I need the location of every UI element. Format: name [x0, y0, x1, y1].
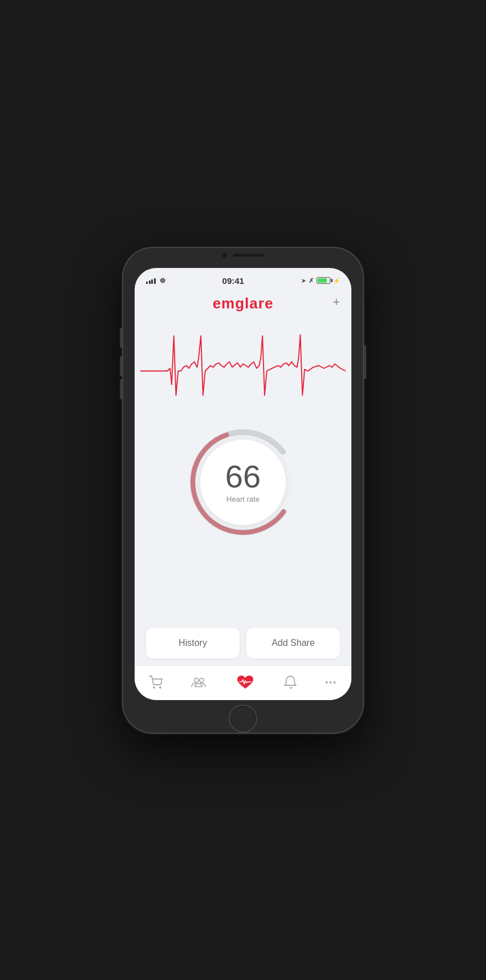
tab-item-cart[interactable]	[142, 673, 169, 692]
add-share-button[interactable]: Add Share	[246, 628, 340, 658]
charging-icon: ⚡	[333, 278, 340, 284]
battery-icon	[317, 277, 330, 284]
ecg-wave-chart	[140, 317, 346, 420]
gauge-wrapper: 66 Heart rate	[186, 425, 300, 539]
gauge-inner: 66 Heart rate	[200, 440, 286, 525]
signal-bar-1	[146, 282, 148, 284]
tab-item-community[interactable]	[184, 673, 213, 692]
heart-rate-value: 66	[225, 461, 261, 493]
battery-fill	[318, 278, 327, 283]
tab-bar: •••	[135, 665, 351, 700]
speaker-bar	[233, 254, 264, 257]
svg-point-4	[195, 678, 199, 682]
gauge-container: 66 Heart rate	[186, 425, 300, 539]
ecg-container: 66 Heart rate	[135, 317, 351, 622]
wifi-icon: ⊜	[160, 276, 165, 284]
tab-item-more[interactable]: •••	[318, 676, 344, 689]
location-icon: ➤	[301, 278, 306, 284]
svg-point-3	[160, 687, 161, 688]
bell-icon	[284, 676, 297, 689]
action-buttons: History Add Share	[135, 622, 351, 665]
signal-bar-4	[154, 278, 156, 284]
logo-suffix: glare	[235, 295, 273, 312]
signal-bar-3	[151, 279, 153, 284]
signal-bars-icon	[146, 277, 156, 284]
signal-bar-2	[149, 280, 151, 284]
history-button[interactable]: History	[146, 628, 240, 658]
bluetooth-icon: ✗	[309, 277, 314, 284]
tab-item-heart[interactable]	[228, 672, 262, 693]
tab-item-notifications[interactable]	[277, 673, 303, 692]
status-left: ⊜	[146, 276, 165, 284]
app-header: emglare +	[135, 288, 351, 317]
status-right: ➤ ✗ ⚡	[301, 277, 340, 284]
status-time: 09:41	[222, 276, 244, 286]
svg-point-5	[200, 678, 204, 682]
camera-area	[222, 253, 264, 258]
svg-point-2	[153, 687, 155, 688]
camera-dot	[222, 253, 227, 258]
add-button[interactable]: +	[333, 296, 340, 308]
status-bar: ⊜ 09:41 ➤ ✗ ⚡	[135, 268, 351, 288]
phone-device: ⊜ 09:41 ➤ ✗ ⚡ emglare +	[123, 248, 363, 733]
home-button[interactable]	[229, 705, 257, 733]
more-dots-icon: •••	[325, 678, 337, 687]
logo-prefix: em	[213, 295, 236, 312]
heart-rate-label: Heart rate	[226, 495, 260, 503]
community-icon	[191, 676, 206, 689]
app-logo: emglare	[213, 295, 274, 312]
heart-ecg-icon	[235, 674, 256, 691]
phone-screen: ⊜ 09:41 ➤ ✗ ⚡ emglare +	[135, 268, 351, 700]
cart-icon	[149, 676, 163, 689]
